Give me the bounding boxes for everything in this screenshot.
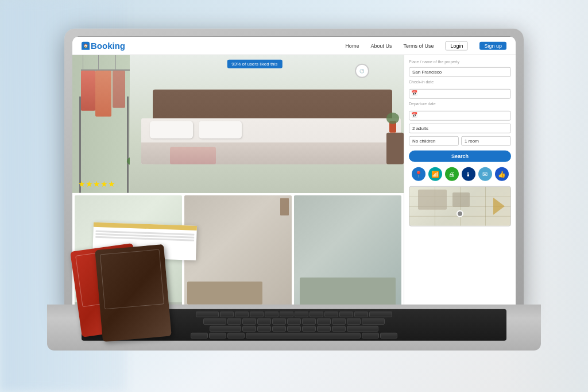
map-arrow <box>493 198 505 215</box>
key-o <box>339 312 353 317</box>
floor-mat <box>158 167 381 182</box>
nav-links: Home About Us Terms of Use Login Sign up <box>345 41 506 50</box>
key-alt-r <box>362 333 379 339</box>
key-r <box>265 312 278 317</box>
ticket-lines <box>93 227 197 245</box>
logo-text: Booking <box>91 41 125 51</box>
blanket-accent <box>170 147 216 164</box>
search-panel: Place / name of the property Check-in da… <box>404 55 516 312</box>
key-a <box>227 318 241 324</box>
map-block-1 <box>418 190 447 210</box>
key-d <box>257 318 271 324</box>
map-block-2 <box>452 193 470 207</box>
key-n <box>317 325 331 331</box>
key-l <box>347 318 361 324</box>
checkin-label: Check-in date <box>409 80 511 84</box>
key-s <box>242 318 256 324</box>
passport-dark <box>95 244 171 342</box>
key-y <box>295 312 308 317</box>
key-t <box>280 312 293 317</box>
calendar-icon-2: 📅 <box>411 112 417 118</box>
key-backspace <box>369 312 392 317</box>
key-space <box>246 333 361 339</box>
nav-home[interactable]: Home <box>345 43 359 48</box>
laptop: 🏠 Booking Home About Us Terms of Use Log… <box>47 29 541 351</box>
calendar-icon: 📅 <box>411 90 417 96</box>
key-m <box>332 325 346 331</box>
place-input[interactable] <box>409 67 511 77</box>
signup-button[interactable]: Sign up <box>479 41 506 49</box>
key-shift-r <box>347 325 378 331</box>
thumbnail-3[interactable] <box>294 195 401 309</box>
table-items <box>64 224 225 339</box>
key-i <box>324 312 338 317</box>
liked-badge: 93% of users liked this <box>227 60 282 68</box>
search-button[interactable]: Search <box>409 151 511 162</box>
logo: 🏠 Booking <box>82 41 125 51</box>
navbar: 🏠 Booking Home About Us Terms of Use Log… <box>72 37 516 55</box>
amenity-print[interactable]: 🖨 <box>445 167 459 181</box>
amenity-temp[interactable]: 🌡 <box>462 167 475 181</box>
key-e <box>250 312 264 317</box>
amenity-like[interactable]: 👍 <box>495 167 509 181</box>
hanger-1 <box>83 55 83 70</box>
key-g <box>287 318 301 324</box>
login-button[interactable]: Login <box>445 41 468 50</box>
clock: 🕐 <box>355 64 369 78</box>
key-z <box>242 325 256 331</box>
key-u <box>310 312 323 317</box>
logo-icon: 🏠 <box>82 41 90 49</box>
bed-thumb <box>300 278 396 306</box>
checkout-wrapper: 📅 <box>409 109 511 121</box>
bed-area: 🕐 <box>130 55 404 193</box>
checkin-wrapper: 📅 <box>409 87 511 99</box>
rack-leg-2 <box>127 97 129 193</box>
nightstand-plant <box>386 113 399 124</box>
pillow-2 <box>199 121 242 139</box>
rooms-input[interactable] <box>461 136 511 146</box>
hanger-2 <box>98 55 99 70</box>
key-x <box>257 325 271 331</box>
key-c <box>272 325 286 331</box>
checkout-label: Departure date <box>409 102 511 106</box>
key-enter <box>362 318 385 324</box>
key-b <box>302 325 316 331</box>
hanger-3 <box>115 55 116 70</box>
amenity-wifi[interactable]: 📶 <box>428 167 442 181</box>
amenity-mail[interactable]: ✉ <box>478 167 492 181</box>
amenity-location[interactable]: 📍 <box>412 167 425 181</box>
star-rating: ★★★★★ <box>78 179 115 189</box>
key-alt <box>227 333 245 339</box>
key-ctrl-r <box>380 333 397 339</box>
checkin-input[interactable] <box>409 89 511 99</box>
rack-leg-1 <box>79 97 81 193</box>
main-photo: 🕐 ★★★★★ <box>72 55 404 193</box>
children-input[interactable] <box>409 136 459 146</box>
place-label: Place / name of the property <box>409 60 511 64</box>
decor-thumb <box>280 198 289 216</box>
nav-terms[interactable]: Terms of Use <box>403 43 434 48</box>
key-k <box>332 318 346 324</box>
nav-about[interactable]: About Us <box>370 43 392 48</box>
key-p <box>354 312 368 317</box>
key-f <box>272 318 286 324</box>
map-grid-v3 <box>485 187 486 226</box>
mattress <box>141 118 401 164</box>
checkout-input[interactable] <box>409 111 511 121</box>
pillow-1 <box>150 121 193 139</box>
map-pin <box>457 210 463 217</box>
key-w <box>235 312 249 317</box>
guests-input[interactable] <box>409 124 511 133</box>
map-area <box>409 186 511 226</box>
cloth-2 <box>95 71 111 117</box>
key-j <box>317 318 331 324</box>
guests-children-row <box>409 136 511 146</box>
nightstand <box>386 133 404 164</box>
passport-inner-dark <box>100 249 164 310</box>
key-v <box>287 325 301 331</box>
amenities-row: 📍 📶 🖨 🌡 ✉ 👍 <box>409 167 511 181</box>
cloth-1 <box>81 71 95 111</box>
key-h <box>302 318 316 324</box>
cloth-3 <box>113 71 125 108</box>
